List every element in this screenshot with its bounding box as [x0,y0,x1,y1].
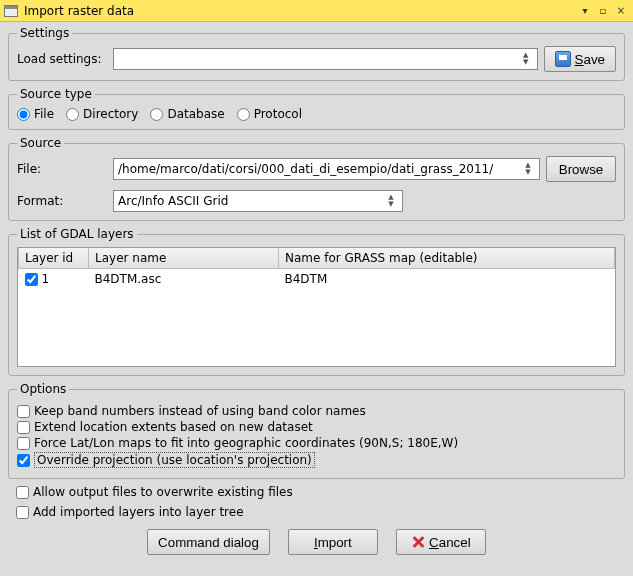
check-allow-overwrite[interactable]: Allow output files to overwrite existing… [16,485,625,499]
window-title: Import raster data [24,4,134,18]
format-combo[interactable]: Arc/Info ASCII Grid ▲▼ [113,190,403,212]
source-legend: Source [17,136,64,150]
load-settings-combo[interactable]: ▲▼ [113,48,538,70]
import-button[interactable]: Import [288,529,378,555]
check-force-latlon-input[interactable] [17,437,30,450]
maximize-icon[interactable]: ▫ [595,4,611,18]
check-keep-band-input[interactable] [17,405,30,418]
radio-directory-input[interactable] [66,108,79,121]
save-button[interactable]: Save [544,46,616,72]
radio-database-input[interactable] [150,108,163,121]
command-dialog-button[interactable]: Command dialog [147,529,270,555]
content-area: Settings Load settings: ▲▼ Save Source t… [0,22,633,576]
source-type-group: Source type File Directory Database Prot… [8,87,625,130]
check-override-proj-input[interactable] [17,454,30,467]
window-controls: ▾ ▫ × [577,4,629,18]
options-group: Options Keep band numbers instead of usi… [8,382,625,479]
close-icon[interactable]: × [613,4,629,18]
check-extend-loc-input[interactable] [17,421,30,434]
check-extend-loc[interactable]: Extend location extents based on new dat… [17,420,616,434]
row-check[interactable]: 1 [25,272,83,286]
source-type-radios: File Directory Database Protocol [17,107,616,121]
app-icon [4,5,18,17]
radio-protocol[interactable]: Protocol [237,107,302,121]
layers-legend: List of GDAL layers [17,227,137,241]
check-allow-overwrite-input[interactable] [16,486,29,499]
file-spinner-icon[interactable]: ▲▼ [521,162,535,176]
settings-legend: Settings [17,26,72,40]
check-add-to-tree[interactable]: Add imported layers into layer tree [16,505,625,519]
check-override-proj[interactable]: Override projection (use location's proj… [17,452,616,468]
check-force-latlon[interactable]: Force Lat/Lon maps to fit into geographi… [17,436,616,450]
row-check-input[interactable] [25,273,38,286]
browse-button[interactable]: Browse [546,156,616,182]
load-settings-label: Load settings: [17,52,107,66]
file-input[interactable]: /home/marco/dati/corsi/000_dati_di_esemp… [113,158,540,180]
row-layer-name: B4DTM.asc [89,269,279,290]
file-input-value: /home/marco/dati/corsi/000_dati_di_esemp… [118,162,493,176]
check-add-to-tree-input[interactable] [16,506,29,519]
check-keep-band[interactable]: Keep band numbers instead of using band … [17,404,616,418]
col-grass-name[interactable]: Name for GRASS map (editable) [279,248,615,269]
cancel-button[interactable]: Cancel [396,529,486,555]
radio-file[interactable]: File [17,107,54,121]
source-group: Source File: /home/marco/dati/corsi/000_… [8,136,625,221]
row-grass-name[interactable]: B4DTM [279,269,615,290]
combo-spinner-icon[interactable]: ▲▼ [519,52,533,66]
format-value: Arc/Info ASCII Grid [118,194,228,208]
file-label: File: [17,162,107,176]
dialog-buttons: Command dialog Import Cancel [8,529,625,555]
col-layer-name[interactable]: Layer name [89,248,279,269]
layers-table-wrap[interactable]: Layer id Layer name Name for GRASS map (… [17,247,616,367]
combo-spinner-icon[interactable]: ▲▼ [384,194,398,208]
window: Import raster data ▾ ▫ × Settings Load s… [0,0,633,576]
radio-protocol-input[interactable] [237,108,250,121]
layers-table: Layer id Layer name Name for GRASS map (… [18,248,615,289]
extra-options: Allow output files to overwrite existing… [12,485,625,519]
col-layer-id[interactable]: Layer id [19,248,89,269]
radio-file-input[interactable] [17,108,30,121]
options-legend: Options [17,382,69,396]
save-icon [555,51,571,67]
layers-group: List of GDAL layers Layer id Layer name … [8,227,625,376]
format-label: Format: [17,194,107,208]
minimize-icon[interactable]: ▾ [577,4,593,18]
titlebar[interactable]: Import raster data ▾ ▫ × [0,0,633,22]
source-type-legend: Source type [17,87,95,101]
radio-database[interactable]: Database [150,107,224,121]
table-row[interactable]: 1 B4DTM.asc B4DTM [19,269,615,290]
settings-group: Settings Load settings: ▲▼ Save [8,26,625,81]
radio-directory[interactable]: Directory [66,107,138,121]
cancel-icon [411,535,425,549]
